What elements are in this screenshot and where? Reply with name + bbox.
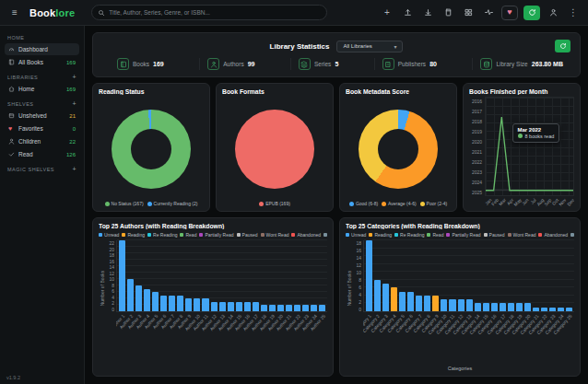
bar[interactable] [524, 303, 531, 311]
legend-item[interactable]: Abandoned [291, 232, 321, 238]
download-button[interactable] [420, 6, 435, 20]
legend-item[interactable]: Partially Read [199, 232, 233, 238]
year-legend-item[interactable]: 2020 [469, 139, 482, 145]
bar[interactable] [466, 299, 473, 311]
bar[interactable] [311, 305, 317, 311]
bar[interactable] [277, 305, 284, 311]
more-button[interactable]: ⋮ [566, 6, 581, 20]
layout-grid-button[interactable] [461, 6, 476, 20]
sidebar-item-favorites[interactable]: ♥ Favorites 0 [5, 122, 79, 134]
legend-item[interactable]: Currently Reading (2) [147, 201, 198, 206]
refresh-stats-button[interactable] [555, 40, 570, 52]
bar[interactable] [253, 302, 259, 312]
add-book-button[interactable]: + [380, 6, 394, 20]
menu-button[interactable]: ≡ [7, 6, 22, 20]
bar[interactable] [169, 296, 175, 312]
legend-item[interactable]: No Status (167) [105, 201, 144, 206]
favorites-button[interactable]: ♥ [501, 6, 518, 20]
sidebar-item-all-books[interactable]: All Books 169 [5, 56, 79, 68]
year-legend-item[interactable]: 2019 [469, 129, 482, 134]
sidebar-item-dashboard[interactable]: Dashboard [5, 43, 79, 55]
bar[interactable] [566, 308, 572, 311]
bar[interactable] [516, 303, 523, 311]
metadata-score-donut[interactable] [359, 110, 438, 189]
legend-item[interactable]: Unread [99, 232, 119, 238]
bar[interactable] [286, 305, 292, 311]
bar[interactable] [500, 303, 506, 311]
bar[interactable] [269, 305, 276, 311]
year-legend-item[interactable]: 2022 [469, 159, 482, 165]
sidebar-item-read[interactable]: Read 126 [5, 148, 79, 160]
bar[interactable] [319, 305, 325, 311]
legend-item[interactable]: Paused [484, 232, 505, 238]
upload-button[interactable] [400, 6, 415, 20]
legend-item[interactable]: Re Reading [394, 232, 424, 238]
year-legend-item[interactable]: 2021 [469, 149, 482, 155]
profile-button[interactable] [546, 6, 560, 20]
bar[interactable] [399, 292, 406, 311]
bar[interactable] [449, 299, 455, 311]
sidebar-item-unshelved[interactable]: Unshelved 21 [5, 110, 79, 122]
bar[interactable] [127, 279, 134, 311]
year-legend-item[interactable]: 2024 [469, 180, 482, 185]
legend-item[interactable]: Wont Read [261, 232, 289, 238]
legend-item[interactable]: Average (4-6) [382, 201, 416, 206]
bar[interactable] [533, 308, 539, 311]
bar[interactable] [294, 305, 300, 311]
bar[interactable] [194, 298, 200, 311]
library-select[interactable]: All Libraries ▾ [336, 41, 403, 52]
bar[interactable] [177, 296, 183, 312]
bar[interactable] [119, 240, 125, 311]
legend-item[interactable]: Unread [346, 232, 366, 238]
add-shelf-button[interactable]: + [72, 100, 76, 107]
bar[interactable] [382, 284, 389, 311]
bar[interactable] [236, 302, 242, 312]
year-legend-item[interactable]: 2018 [469, 119, 482, 124]
legend-item[interactable]: Poor (2-4) [420, 201, 448, 206]
bar[interactable] [441, 299, 447, 311]
activity-button[interactable] [481, 6, 496, 20]
legend-item[interactable]: Partially Read [446, 232, 480, 238]
year-legend-item[interactable]: 2023 [469, 169, 482, 175]
legend-item[interactable]: Wont Read [508, 232, 536, 238]
bar[interactable] [416, 296, 422, 311]
bar[interactable] [541, 308, 547, 311]
bar[interactable] [424, 296, 430, 311]
book-formats-pie[interactable] [235, 110, 314, 189]
reading-status-donut[interactable] [112, 110, 191, 189]
bar[interactable] [491, 303, 498, 311]
sync-button[interactable] [523, 6, 540, 20]
books-per-month-plot[interactable]: Mar 2022 8 books read [485, 97, 574, 196]
legend-item[interactable]: Abandoned [538, 232, 568, 238]
year-legend-item[interactable]: 2017 [469, 109, 482, 114]
legend-item[interactable]: Re Reading [147, 232, 177, 238]
bar[interactable] [135, 285, 142, 311]
bar[interactable] [508, 303, 514, 311]
bar[interactable] [483, 303, 489, 311]
legend-item[interactable]: Unset [570, 232, 574, 238]
bar[interactable] [549, 308, 556, 311]
bar[interactable] [366, 240, 372, 311]
bar[interactable] [160, 296, 167, 312]
bar[interactable] [152, 292, 159, 311]
year-legend-item[interactable]: 2016 [469, 99, 482, 104]
legend-item[interactable]: Read [427, 232, 443, 238]
bar[interactable] [261, 305, 267, 311]
add-library-button[interactable]: + [72, 74, 76, 80]
add-magic-shelf-button[interactable]: + [72, 166, 76, 172]
year-legend-item[interactable]: 2025 [469, 190, 482, 195]
bar[interactable] [211, 302, 218, 312]
bar[interactable] [185, 298, 192, 311]
bookshelf-button[interactable] [441, 6, 455, 20]
sidebar-item-children[interactable]: Children 22 [5, 135, 79, 147]
bar[interactable] [144, 289, 150, 312]
bar[interactable] [475, 303, 481, 311]
search-input[interactable] [109, 9, 321, 16]
legend-item[interactable]: Reading [369, 232, 392, 238]
bar[interactable] [432, 296, 439, 311]
bar[interactable] [458, 299, 465, 311]
legend-item[interactable]: Read [180, 232, 196, 238]
bar[interactable] [558, 308, 564, 311]
bar[interactable] [202, 298, 208, 311]
legend-item[interactable]: Paused [237, 232, 258, 238]
